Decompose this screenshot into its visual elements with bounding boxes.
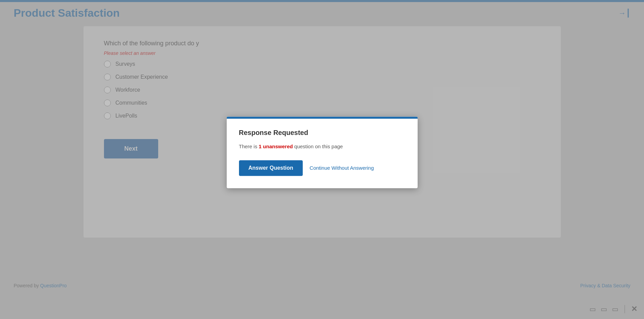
modal-message: There is 1 unanswered question on this p… xyxy=(239,143,405,151)
modal-title: Response Requested xyxy=(239,129,405,137)
continue-without-answering-button[interactable]: Continue Without Answering xyxy=(310,165,374,171)
modal-content: Response Requested There is 1 unanswered… xyxy=(227,119,418,188)
answer-question-button[interactable]: Answer Question xyxy=(239,160,303,176)
modal-dialog: Response Requested There is 1 unanswered… xyxy=(227,117,418,188)
modal-actions: Answer Question Continue Without Answeri… xyxy=(239,160,405,176)
